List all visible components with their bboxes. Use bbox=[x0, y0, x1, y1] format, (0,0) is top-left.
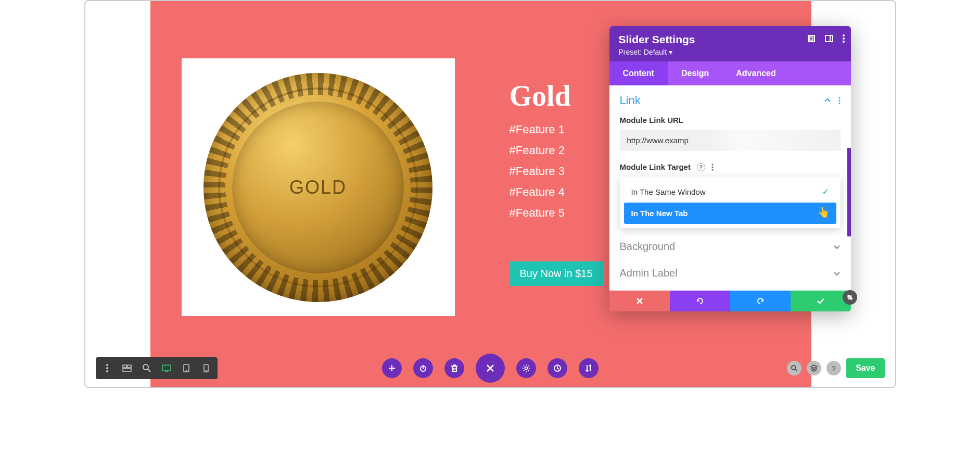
svg-rect-2 bbox=[825, 35, 833, 42]
svg-point-28 bbox=[792, 366, 796, 370]
section-admin-label[interactable]: Admin Label bbox=[620, 260, 841, 286]
product-info: Gold #Feature 1 #Feature 2 #Feature 3 #F… bbox=[510, 79, 571, 227]
history-icon[interactable] bbox=[548, 358, 567, 378]
chevron-down-icon bbox=[833, 243, 841, 250]
input-module-link-url[interactable]: http://www.examp bbox=[620, 130, 841, 151]
confirm-button[interactable] bbox=[791, 291, 851, 311]
svg-point-24 bbox=[206, 371, 206, 371]
product-image-card: GOLD bbox=[182, 58, 455, 316]
section-title-link[interactable]: Link bbox=[620, 94, 641, 107]
svg-point-6 bbox=[843, 41, 845, 43]
svg-point-5 bbox=[843, 37, 845, 40]
svg-rect-1 bbox=[810, 37, 813, 40]
svg-point-4 bbox=[843, 34, 845, 36]
wireframe-icon[interactable] bbox=[118, 360, 136, 376]
feature-item: #Feature 5 bbox=[510, 206, 571, 220]
help-icon[interactable]: ? bbox=[697, 163, 705, 171]
svg-point-7 bbox=[838, 97, 840, 98]
layers-icon[interactable] bbox=[807, 361, 821, 375]
sort-icon[interactable] bbox=[579, 358, 599, 378]
buy-button[interactable]: Buy Now in $15 bbox=[510, 261, 603, 286]
label-module-link-target: Module Link Target ? bbox=[620, 162, 841, 171]
svg-rect-0 bbox=[808, 35, 814, 42]
feature-item: #Feature 4 bbox=[510, 185, 571, 199]
more-icon[interactable] bbox=[843, 34, 845, 43]
section-more-icon[interactable] bbox=[838, 97, 841, 104]
view-controls bbox=[96, 357, 218, 379]
link-target-dropdown[interactable]: In The Same Window ✓ In The New Tab 👆 bbox=[620, 177, 841, 228]
dock-icon[interactable] bbox=[825, 34, 833, 43]
trash-icon[interactable] bbox=[444, 358, 464, 378]
feature-item: #Feature 3 bbox=[510, 165, 571, 178]
field-more-icon[interactable] bbox=[711, 164, 714, 171]
panel-tabs: Content Design Advanced bbox=[609, 61, 851, 85]
expand-icon[interactable] bbox=[807, 34, 816, 43]
mobile-icon[interactable] bbox=[197, 360, 215, 376]
svg-point-15 bbox=[106, 370, 108, 372]
tablet-icon[interactable] bbox=[177, 360, 196, 376]
svg-rect-20 bbox=[162, 365, 171, 370]
svg-point-13 bbox=[106, 364, 108, 366]
cancel-button[interactable] bbox=[609, 291, 670, 311]
coin-label: GOLD bbox=[289, 177, 347, 198]
svg-point-11 bbox=[711, 166, 713, 168]
help-icon[interactable]: ? bbox=[826, 361, 841, 375]
gold-coin-image: GOLD bbox=[203, 73, 432, 302]
svg-rect-16 bbox=[123, 365, 126, 368]
panel-footer bbox=[609, 291, 851, 311]
collapse-icon[interactable] bbox=[824, 97, 831, 104]
chevron-down-icon bbox=[833, 270, 841, 277]
product-title: Gold bbox=[510, 79, 571, 112]
settings-panel: Slider Settings Preset: Default ▾ Conten… bbox=[609, 26, 851, 311]
svg-point-14 bbox=[106, 367, 108, 369]
desktop-icon[interactable] bbox=[157, 360, 176, 376]
scrollbar[interactable] bbox=[847, 148, 851, 236]
cursor-pointer-icon: 👆 bbox=[817, 206, 830, 218]
redo-button[interactable] bbox=[730, 291, 791, 311]
more-menu-icon[interactable] bbox=[98, 360, 117, 376]
search-icon[interactable] bbox=[787, 361, 801, 375]
panel-body: Link Module Link URL http://www.examp Mo… bbox=[609, 85, 851, 291]
save-button[interactable]: Save bbox=[846, 358, 884, 378]
zoom-icon[interactable] bbox=[137, 360, 156, 376]
label-module-link-url: Module Link URL bbox=[620, 116, 841, 124]
power-icon[interactable] bbox=[413, 358, 433, 378]
bottom-toolbar: ? Save bbox=[85, 356, 895, 381]
svg-point-26 bbox=[525, 367, 527, 370]
svg-point-19 bbox=[143, 365, 148, 370]
svg-rect-17 bbox=[128, 365, 131, 368]
feature-item: #Feature 1 bbox=[510, 123, 571, 136]
svg-point-8 bbox=[838, 99, 840, 101]
dropdown-option-new-tab[interactable]: In The New Tab 👆 bbox=[624, 203, 836, 224]
undo-button[interactable] bbox=[670, 291, 730, 311]
svg-point-22 bbox=[186, 371, 186, 371]
svg-point-10 bbox=[711, 164, 713, 165]
section-background[interactable]: Background bbox=[620, 233, 841, 260]
svg-point-12 bbox=[711, 169, 713, 170]
panel-header[interactable]: Slider Settings Preset: Default ▾ bbox=[609, 26, 851, 61]
right-actions: ? Save bbox=[787, 358, 884, 378]
tab-content[interactable]: Content bbox=[609, 61, 668, 85]
svg-rect-18 bbox=[123, 369, 131, 371]
svg-point-9 bbox=[838, 102, 840, 104]
center-actions bbox=[382, 354, 599, 383]
tab-design[interactable]: Design bbox=[668, 61, 722, 85]
dropdown-option-same-window[interactable]: In The Same Window ✓ bbox=[624, 181, 836, 203]
settings-icon[interactable] bbox=[516, 358, 536, 378]
tab-advanced[interactable]: Advanced bbox=[722, 61, 789, 85]
feature-item: #Feature 2 bbox=[510, 144, 571, 157]
add-button[interactable] bbox=[382, 358, 402, 378]
check-icon: ✓ bbox=[822, 187, 829, 196]
panel-preset[interactable]: Preset: Default ▾ bbox=[619, 48, 842, 56]
close-button[interactable] bbox=[476, 354, 505, 383]
